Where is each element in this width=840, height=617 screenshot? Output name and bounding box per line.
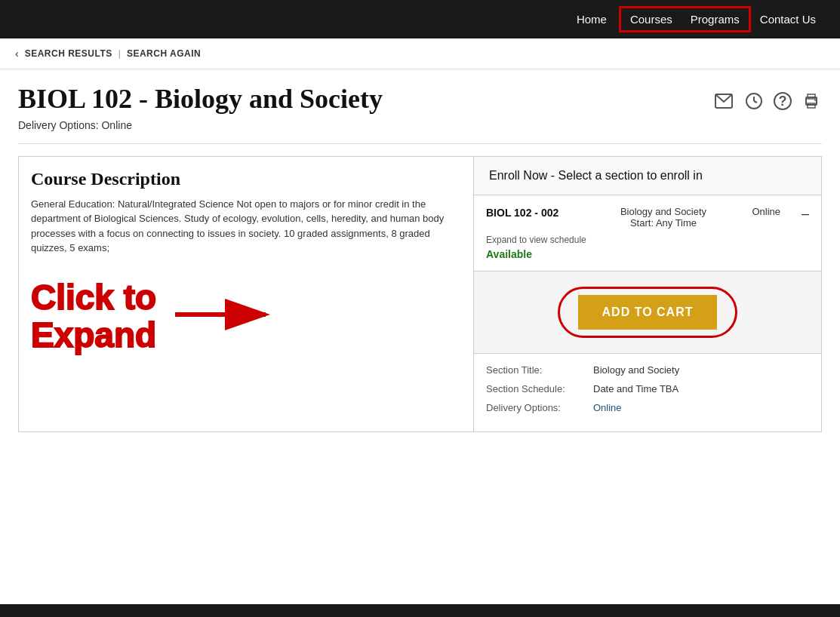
section-title-value: Biology and Society — [593, 364, 679, 376]
title-icons: ? — [713, 91, 822, 112]
clock-icon[interactable] — [743, 91, 765, 112]
nav-home[interactable]: Home — [568, 8, 616, 30]
section-schedule-label: Section Schedule: — [486, 383, 584, 394]
click-to-label: Click to — [31, 278, 156, 317]
available-badge: Available — [486, 248, 809, 260]
left-column: Course Description General Education: Na… — [19, 157, 474, 431]
click-to-expand-text: Click to Expand — [31, 278, 156, 355]
arrow-right — [171, 298, 277, 335]
section-name: Biology and Society — [613, 206, 714, 217]
nav-highlighted-group: Courses Programs — [619, 6, 751, 32]
print-icon[interactable] — [801, 91, 822, 112]
course-description-heading: Course Description — [31, 169, 461, 189]
search-results-link[interactable]: SEARCH RESULTS — [25, 48, 112, 59]
detail-delivery-value[interactable]: Online — [593, 402, 622, 413]
detail-delivery-label: Delivery Options: — [486, 402, 584, 413]
email-icon[interactable] — [713, 91, 734, 112]
page-content: BIOL 102 - Biology and Society ? — [0, 69, 840, 447]
footer-dark — [0, 604, 840, 617]
course-description-text: General Education: Natural/Integrated Sc… — [31, 197, 461, 256]
section-schedule-value: Date and Time TBA — [593, 383, 678, 394]
svg-line-3 — [754, 101, 757, 103]
add-to-cart-button[interactable]: ADD TO CART — [578, 295, 718, 330]
section-dash: – — [786, 206, 809, 222]
add-to-cart-section: ADD TO CART — [474, 272, 821, 354]
detail-section-title: Section Title: Biology and Society — [486, 364, 809, 376]
course-title: BIOL 102 - Biology and Society — [18, 84, 383, 115]
svg-point-7 — [814, 100, 816, 101]
section-grid: BIOL 102 - 002 Biology and Society Start… — [486, 206, 809, 229]
main-content: ‹ SEARCH RESULTS | SEARCH AGAIN BIOL 102… — [0, 38, 840, 604]
search-again-link[interactable]: SEARCH AGAIN — [127, 48, 201, 59]
breadcrumb: ‹ SEARCH RESULTS | SEARCH AGAIN — [0, 38, 840, 69]
expand-schedule-link[interactable]: Expand to view schedule — [486, 235, 809, 245]
nav-contact-us[interactable]: Contact Us — [751, 8, 825, 30]
breadcrumb-back-arrow: ‹ — [15, 48, 19, 60]
detail-section-schedule: Section Schedule: Date and Time TBA — [486, 383, 809, 394]
section-start: Start: Any Time — [613, 217, 714, 229]
section-row[interactable]: BIOL 102 - 002 Biology and Society Start… — [474, 195, 821, 272]
section-code: BIOL 102 - 002 — [486, 206, 607, 219]
nav-courses[interactable]: Courses — [621, 8, 682, 30]
detail-delivery-options: Delivery Options: Online — [486, 402, 809, 413]
nav-programs[interactable]: Programs — [682, 8, 749, 30]
delivery-value: Online — [101, 119, 131, 131]
two-column-layout: Course Description General Education: Na… — [18, 156, 822, 432]
right-column: Enroll Now - Select a section to enroll … — [474, 157, 821, 431]
help-icon[interactable]: ? — [774, 92, 792, 110]
section-delivery: Online — [720, 206, 780, 217]
annotation-area: Click to Expand — [31, 278, 461, 355]
enroll-header: Enroll Now - Select a section to enroll … — [474, 157, 821, 195]
section-name-col: Biology and Society Start: Any Time — [613, 206, 714, 229]
expand-label: Expand — [31, 316, 156, 355]
oval-highlight: ADD TO CART — [558, 287, 738, 338]
delivery-options: Delivery Options: Online — [18, 119, 822, 144]
header: Home Courses Programs Contact Us — [0, 0, 840, 38]
course-title-area: BIOL 102 - Biology and Society ? — [18, 84, 822, 115]
section-title-label: Section Title: — [486, 364, 584, 376]
delivery-label: Delivery Options: — [18, 119, 99, 131]
nav-wrapper: Home Courses Programs Contact Us — [568, 6, 825, 32]
breadcrumb-separator: | — [118, 48, 121, 59]
section-details: Section Title: Biology and Society Secti… — [474, 354, 821, 431]
